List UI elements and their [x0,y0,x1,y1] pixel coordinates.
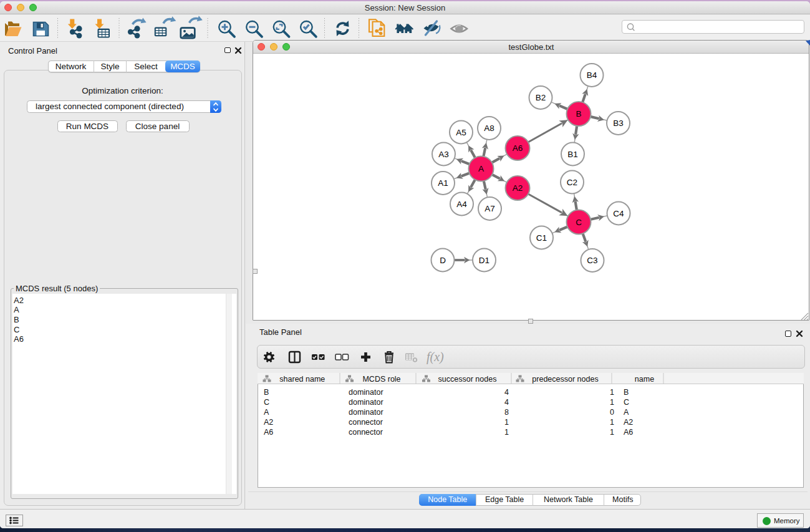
svg-text:D1: D1 [478,256,489,265]
svg-text:B2: B2 [535,93,546,102]
svg-text:A3: A3 [438,150,449,159]
svg-text:A5: A5 [456,128,466,137]
svg-text:A1: A1 [438,178,448,188]
svg-text:C: C [576,218,582,227]
svg-text:C4: C4 [613,209,624,218]
svg-text:B3: B3 [613,118,624,128]
svg-text:C1: C1 [536,233,546,243]
svg-text:C3: C3 [587,256,597,265]
svg-text:A4: A4 [456,200,467,209]
svg-text:B: B [576,109,581,118]
svg-text:C2: C2 [566,178,577,187]
svg-text:A8: A8 [484,123,494,133]
svg-text:A7: A7 [485,204,495,213]
svg-text:A2: A2 [512,183,523,193]
svg-text:D: D [440,256,446,265]
svg-text:A: A [478,164,483,173]
svg-text:B4: B4 [586,70,597,80]
svg-text:A6: A6 [512,143,523,153]
svg-text:B1: B1 [567,150,578,159]
